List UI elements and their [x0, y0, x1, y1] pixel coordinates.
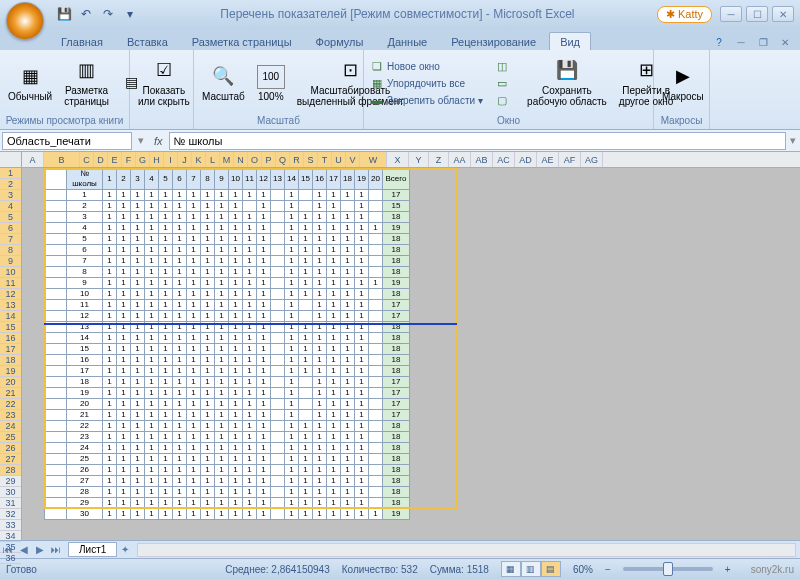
cell[interactable]: 1: [173, 190, 187, 201]
cell[interactable]: 1: [285, 476, 299, 487]
cell[interactable]: [45, 388, 67, 399]
cell[interactable]: 1: [117, 256, 131, 267]
cell[interactable]: 1: [215, 344, 229, 355]
cell[interactable]: 1: [187, 421, 201, 432]
cell[interactable]: [45, 245, 67, 256]
cell[interactable]: 15: [383, 201, 410, 212]
cell[interactable]: 1: [355, 333, 369, 344]
cell[interactable]: [271, 245, 285, 256]
cell[interactable]: 1: [355, 234, 369, 245]
cell[interactable]: 1: [369, 278, 383, 289]
cell[interactable]: 1: [341, 212, 355, 223]
cell[interactable]: [369, 355, 383, 366]
cell[interactable]: 16: [313, 169, 327, 190]
row-header[interactable]: 33: [0, 520, 21, 531]
cell[interactable]: [369, 256, 383, 267]
cell[interactable]: 1: [243, 432, 257, 443]
cell[interactable]: [299, 201, 313, 212]
cell[interactable]: 1: [159, 322, 173, 333]
cell[interactable]: 1: [229, 289, 243, 300]
cell[interactable]: 1: [355, 190, 369, 201]
cell[interactable]: 1: [257, 465, 271, 476]
row-header[interactable]: 16: [0, 333, 21, 344]
cell[interactable]: [45, 212, 67, 223]
cell[interactable]: 1: [201, 234, 215, 245]
row-header[interactable]: 26: [0, 443, 21, 454]
cell[interactable]: 13: [271, 169, 285, 190]
cell[interactable]: 1: [103, 333, 117, 344]
cell[interactable]: 1: [229, 366, 243, 377]
zoom-out-icon[interactable]: −: [605, 564, 611, 575]
cell[interactable]: 1: [243, 366, 257, 377]
cell[interactable]: [271, 278, 285, 289]
cell[interactable]: [45, 344, 67, 355]
cell[interactable]: 1: [313, 388, 327, 399]
maximize-button[interactable]: ☐: [746, 6, 768, 22]
cell[interactable]: 1: [327, 421, 341, 432]
cell[interactable]: 1: [201, 498, 215, 509]
minimize-button[interactable]: ─: [720, 6, 742, 22]
cell[interactable]: 1: [299, 443, 313, 454]
row-header[interactable]: 19: [0, 366, 21, 377]
cell[interactable]: 20: [67, 399, 103, 410]
cell[interactable]: 10: [229, 169, 243, 190]
cell[interactable]: 22: [67, 421, 103, 432]
col-header[interactable]: B: [44, 152, 80, 167]
col-header[interactable]: AD: [515, 152, 537, 167]
cell[interactable]: 18: [383, 498, 410, 509]
cell[interactable]: 1: [257, 487, 271, 498]
cell[interactable]: 1: [369, 223, 383, 234]
row-header[interactable]: 29: [0, 476, 21, 487]
cell[interactable]: 1: [187, 443, 201, 454]
cell[interactable]: 1: [103, 212, 117, 223]
cell[interactable]: 23: [67, 432, 103, 443]
col-header[interactable]: Y: [409, 152, 429, 167]
cell[interactable]: 1: [145, 278, 159, 289]
col-header[interactable]: E: [108, 152, 122, 167]
cell[interactable]: 1: [341, 421, 355, 432]
cell[interactable]: 1: [229, 399, 243, 410]
cell[interactable]: 19: [67, 388, 103, 399]
cell[interactable]: 1: [327, 201, 341, 212]
cell[interactable]: [45, 399, 67, 410]
cell[interactable]: 1: [257, 498, 271, 509]
cell[interactable]: 1: [103, 190, 117, 201]
cell[interactable]: 1: [327, 366, 341, 377]
col-header[interactable]: T: [318, 152, 332, 167]
cell[interactable]: 1: [145, 256, 159, 267]
cell[interactable]: 1: [229, 465, 243, 476]
cell[interactable]: 1: [285, 454, 299, 465]
cell[interactable]: 1: [341, 388, 355, 399]
cell[interactable]: 1: [131, 344, 145, 355]
sheet-nav-next[interactable]: ▶: [32, 544, 48, 555]
cell[interactable]: 1: [285, 333, 299, 344]
cell[interactable]: 1: [103, 509, 117, 520]
cell[interactable]: 1: [173, 311, 187, 322]
cell[interactable]: 1: [159, 509, 173, 520]
cell[interactable]: 1: [131, 311, 145, 322]
cell[interactable]: 1: [243, 487, 257, 498]
cell[interactable]: 1: [313, 234, 327, 245]
cell[interactable]: 1: [299, 498, 313, 509]
cell[interactable]: 1: [341, 355, 355, 366]
cell[interactable]: 12: [67, 311, 103, 322]
cell[interactable]: 1: [187, 366, 201, 377]
cell[interactable]: 1: [103, 399, 117, 410]
cell[interactable]: 11: [243, 169, 257, 190]
cell[interactable]: 1: [229, 498, 243, 509]
cell[interactable]: 1: [131, 498, 145, 509]
cell[interactable]: 1: [229, 322, 243, 333]
cell[interactable]: 1: [187, 333, 201, 344]
cell[interactable]: 1: [341, 399, 355, 410]
cell[interactable]: 1: [201, 245, 215, 256]
cell[interactable]: 1: [243, 410, 257, 421]
cell[interactable]: [45, 454, 67, 465]
cell[interactable]: 1: [327, 245, 341, 256]
cell[interactable]: 4: [145, 169, 159, 190]
cell[interactable]: 1: [341, 278, 355, 289]
cell[interactable]: 1: [257, 366, 271, 377]
ribbon-tab-0[interactable]: Главная: [50, 32, 114, 50]
ribbon-tab-2[interactable]: Разметка страницы: [181, 32, 303, 50]
cell[interactable]: 1: [285, 190, 299, 201]
cell[interactable]: 1: [187, 476, 201, 487]
